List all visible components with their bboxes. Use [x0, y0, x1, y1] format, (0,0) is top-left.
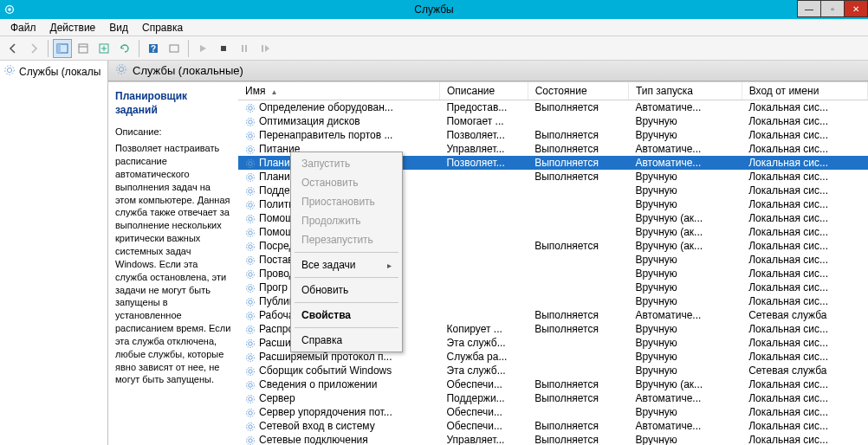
- pause-button[interactable]: [235, 39, 254, 58]
- svg-text:?: ?: [151, 44, 156, 54]
- service-list[interactable]: Имя Описание Состояние Тип запуска Вход …: [238, 82, 868, 445]
- svg-point-38: [249, 245, 252, 248]
- svg-point-43: [247, 270, 255, 278]
- svg-point-67: [247, 436, 255, 444]
- table-row[interactable]: СерверПоддержи...ВыполняетсяАвтоматиче..…: [238, 391, 868, 405]
- ctx-refresh[interactable]: Обновить: [293, 281, 400, 300]
- menu-action[interactable]: Действие: [43, 20, 103, 35]
- svg-point-48: [249, 314, 252, 318]
- svg-point-45: [247, 284, 255, 292]
- action-button[interactable]: [165, 39, 184, 58]
- minimize-button[interactable]: —: [797, 0, 821, 17]
- col-startup[interactable]: Тип запуска: [628, 82, 742, 100]
- gear-icon: [245, 394, 256, 404]
- svg-point-29: [247, 173, 255, 181]
- restart-button[interactable]: [256, 39, 275, 58]
- ctx-help[interactable]: Справка: [293, 331, 400, 350]
- svg-rect-11: [242, 45, 243, 52]
- svg-point-26: [249, 162, 252, 165]
- table-row[interactable]: Оптимизация дисковПомогает ...ВручнуюЛок…: [238, 114, 868, 128]
- svg-point-53: [247, 339, 255, 347]
- app-icon: [0, 0, 19, 19]
- table-row[interactable]: Определение оборудован...Предостав...Вып…: [238, 100, 868, 115]
- gear-icon: [245, 435, 256, 445]
- help-button[interactable]: ?: [144, 39, 163, 58]
- gear-icon: [245, 103, 256, 113]
- ctx-properties[interactable]: Свойства: [293, 306, 400, 325]
- col-desc[interactable]: Описание: [439, 82, 528, 100]
- table-row[interactable]: Сетевой вход в системуОбеспечи...Выполня…: [238, 419, 868, 433]
- svg-point-63: [247, 409, 255, 416]
- svg-point-21: [247, 118, 255, 126]
- back-button[interactable]: [3, 39, 23, 58]
- gear-icon: [245, 117, 256, 127]
- svg-point-31: [247, 187, 255, 195]
- col-logon[interactable]: Вход от имени: [742, 82, 867, 100]
- ctx-stop[interactable]: Остановить: [293, 173, 400, 192]
- gear-icon: [245, 255, 256, 266]
- svg-point-61: [247, 395, 255, 403]
- svg-point-28: [249, 176, 252, 179]
- svg-point-30: [249, 190, 252, 193]
- svg-point-58: [249, 384, 252, 387]
- ctx-resume[interactable]: Продолжить: [293, 211, 400, 230]
- refresh-button[interactable]: [115, 39, 134, 58]
- gear-icon: [245, 145, 256, 155]
- forward-button[interactable]: [24, 39, 43, 58]
- gear-icon: [245, 408, 256, 418]
- close-button[interactable]: ✕: [844, 0, 868, 17]
- title-bar: Службы — ▫ ✕: [0, 0, 868, 19]
- svg-point-32: [249, 203, 252, 207]
- detail-panel: Планировщик заданий Описание: Позволяет …: [108, 82, 238, 445]
- gear-icon: [245, 311, 256, 321]
- col-name[interactable]: Имя: [238, 82, 439, 100]
- gear-icon: [245, 380, 256, 390]
- svg-point-37: [247, 229, 255, 236]
- gear-icon: [245, 325, 256, 335]
- svg-point-39: [247, 242, 255, 250]
- window-title: Службы: [414, 3, 453, 16]
- properties-button[interactable]: [74, 39, 93, 58]
- svg-point-15: [5, 66, 15, 75]
- export-button[interactable]: [94, 39, 113, 58]
- table-row[interactable]: Перенаправитель портов ...Позволяет...Вы…: [238, 128, 868, 142]
- gear-icon: [245, 242, 256, 252]
- gear-icon: [245, 297, 256, 307]
- svg-point-42: [249, 273, 252, 276]
- play-button[interactable]: [193, 39, 212, 58]
- gear-icon: [245, 186, 256, 197]
- ctx-all-tasks[interactable]: Все задачи: [293, 255, 400, 274]
- table-row[interactable]: Сведения о приложенииОбеспечи...Выполняе…: [238, 377, 868, 391]
- gear-icon: [245, 214, 256, 224]
- show-hide-tree-button[interactable]: [53, 39, 72, 58]
- table-row[interactable]: Сервер упорядочения пот...Обеспечи...Вру…: [238, 405, 868, 419]
- menu-file[interactable]: Файл: [3, 20, 43, 35]
- maximize-button[interactable]: ▫: [820, 0, 845, 17]
- gear-icon: [245, 352, 256, 363]
- svg-rect-13: [262, 45, 263, 52]
- gear-icon: [245, 131, 256, 141]
- ctx-start[interactable]: Запустить: [293, 154, 400, 173]
- stop-button[interactable]: [214, 39, 233, 58]
- svg-point-23: [247, 132, 255, 139]
- svg-point-14: [7, 68, 11, 72]
- table-row[interactable]: Сетевые подключенияУправляет...Выполняет…: [238, 433, 868, 445]
- menu-help[interactable]: Справка: [135, 20, 190, 35]
- tree-panel: Службы (локалы: [0, 61, 108, 445]
- detail-description: Позволяет настраивать расписание автомат…: [115, 142, 231, 386]
- svg-point-64: [249, 425, 252, 429]
- gear-icon: [245, 228, 256, 238]
- ctx-pause[interactable]: Приостановить: [293, 192, 400, 211]
- menu-view[interactable]: Вид: [102, 20, 135, 35]
- col-state[interactable]: Состояние: [528, 82, 628, 100]
- table-row[interactable]: Сборщик событий WindowsЭта служб...Вручн…: [238, 364, 868, 377]
- svg-point-60: [249, 397, 252, 401]
- svg-point-1: [8, 8, 11, 11]
- svg-rect-10: [221, 46, 226, 51]
- svg-point-46: [249, 300, 252, 304]
- ctx-restart[interactable]: Перезапустить: [293, 230, 400, 249]
- gear-icon: [245, 158, 256, 169]
- svg-point-56: [249, 370, 252, 373]
- tree-root-item[interactable]: Службы (локалы: [2, 62, 106, 81]
- svg-point-33: [247, 201, 255, 209]
